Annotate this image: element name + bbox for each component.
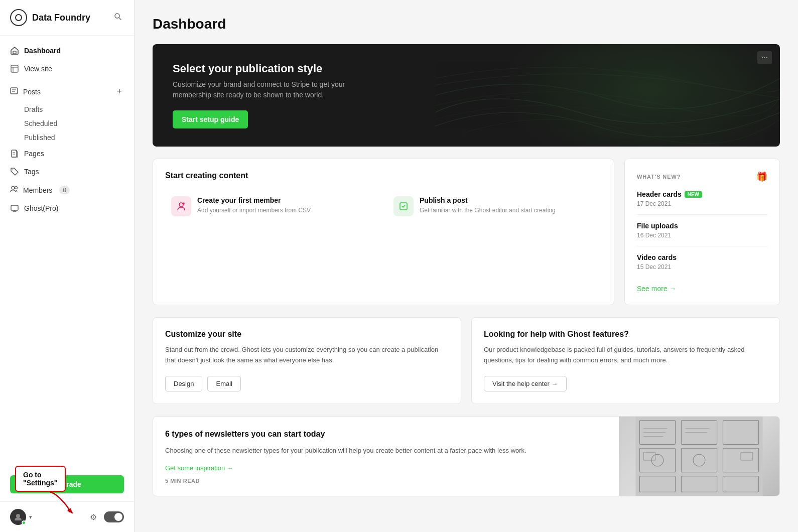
svg-point-15 bbox=[15, 187, 18, 189]
bottom-actions: ⚙ bbox=[88, 510, 124, 524]
blog-post-title: 6 types of newsletters you can start tod… bbox=[165, 429, 607, 440]
members-label: Members bbox=[23, 186, 52, 194]
publish-post-item[interactable]: Publish a post Get familiar with the Gho… bbox=[387, 190, 602, 222]
sidebar-item-posts[interactable]: Posts bbox=[10, 87, 41, 96]
sidebar-nav: Dashboard View site bbox=[0, 36, 134, 467]
cards-row: Start creating content Create your first… bbox=[153, 159, 780, 305]
search-icon bbox=[114, 13, 122, 21]
help-title: Looking for help with Ghost features? bbox=[484, 330, 767, 339]
svg-point-20 bbox=[16, 514, 20, 518]
blog-post-image bbox=[619, 417, 779, 496]
customize-desc: Stand out from the crowd. Ghost lets you… bbox=[165, 345, 449, 366]
blog-post-card: 6 types of newsletters you can start tod… bbox=[153, 416, 780, 496]
new-post-button[interactable]: + bbox=[114, 85, 124, 98]
home-icon bbox=[10, 46, 19, 55]
publish-post-text: Publish a post Get familiar with the Gho… bbox=[420, 196, 556, 215]
tooltip-box: Go to"Settings" bbox=[15, 466, 66, 492]
logo-circle bbox=[10, 9, 27, 26]
hero-banner: Select your publication style Customize … bbox=[153, 44, 780, 147]
publish-post-icon bbox=[393, 196, 414, 216]
svg-point-13 bbox=[13, 170, 14, 171]
news-item-video-cards: Video cards 15 Dec 2021 bbox=[637, 253, 767, 278]
tooltip-arrow bbox=[45, 490, 75, 517]
sidebar-item-ghost-pro[interactable]: Ghost(Pro) bbox=[0, 199, 134, 217]
help-btns: Visit the help center → bbox=[484, 376, 767, 391]
sidebar-header: Data Foundry bbox=[0, 0, 134, 36]
tag-icon bbox=[10, 167, 19, 176]
news-item-file-uploads: File uploads 16 Dec 2021 bbox=[637, 222, 767, 246]
blog-card-content: 6 types of newsletters you can start tod… bbox=[153, 417, 619, 496]
svg-point-14 bbox=[12, 186, 15, 189]
tooltip-container: Go to"Settings" bbox=[15, 466, 66, 492]
posts-section: Posts + Drafts Scheduled Published bbox=[0, 81, 134, 145]
hero-menu-button[interactable]: ··· bbox=[757, 51, 772, 64]
sidebar-bottom-wrapper: Go to"Settings" ▾ bbox=[0, 501, 134, 532]
members-nav-row: Members 0 bbox=[0, 181, 134, 199]
create-member-icon bbox=[171, 196, 191, 216]
members-badge: 0 bbox=[59, 186, 70, 194]
blog-post-meta: 5 MIN READ bbox=[165, 478, 607, 484]
news-item-title-0: Header cards NEW bbox=[637, 190, 767, 198]
view-site-label: View site bbox=[24, 65, 52, 73]
dashboard-label: Dashboard bbox=[24, 47, 61, 55]
publish-post-title: Publish a post bbox=[420, 196, 556, 204]
svg-rect-10 bbox=[12, 150, 17, 157]
monitor-icon bbox=[10, 204, 19, 213]
create-member-title: Create your first member bbox=[197, 196, 311, 204]
news-date-1: 16 Dec 2021 bbox=[637, 232, 767, 239]
sidebar-item-members[interactable]: Members 0 bbox=[10, 185, 70, 195]
news-item-title-1: File uploads bbox=[637, 222, 767, 230]
sidebar-item-published[interactable]: Published bbox=[0, 130, 134, 145]
see-more-link[interactable]: See more → bbox=[637, 285, 767, 293]
customize-card: Customize your site Stand out from the c… bbox=[153, 317, 461, 404]
ghost-pro-label: Ghost(Pro) bbox=[24, 204, 58, 212]
avatar-online-dot bbox=[22, 520, 26, 525]
main-content: Dashboard Select you bbox=[135, 0, 798, 532]
search-button[interactable] bbox=[112, 11, 124, 25]
tags-label: Tags bbox=[24, 168, 39, 176]
dark-mode-toggle[interactable] bbox=[104, 511, 124, 522]
news-item-title-2: Video cards bbox=[637, 253, 767, 261]
settings-button[interactable]: ⚙ bbox=[88, 510, 99, 524]
hero-title: Select your publication style bbox=[173, 62, 760, 75]
sidebar-item-tags[interactable]: Tags bbox=[0, 163, 134, 181]
sidebar-item-scheduled[interactable]: Scheduled bbox=[0, 116, 134, 130]
sidebar-item-view-site[interactable]: View site bbox=[0, 60, 134, 78]
sidebar-item-drafts[interactable]: Drafts bbox=[0, 102, 134, 116]
design-button[interactable]: Design bbox=[165, 376, 202, 391]
create-member-text: Create your first member Add yourself or… bbox=[197, 196, 311, 215]
lower-cards: Customize your site Stand out from the c… bbox=[153, 317, 780, 404]
posts-nav-row: Posts + bbox=[0, 81, 134, 102]
start-content-card: Start creating content Create your first… bbox=[153, 159, 614, 305]
chevron-down-icon: ▾ bbox=[29, 514, 32, 520]
user-menu[interactable]: ▾ bbox=[10, 509, 32, 525]
posts-icon bbox=[10, 87, 18, 96]
hero-content: Select your publication style Customize … bbox=[173, 62, 760, 128]
visit-help-center-button[interactable]: Visit the help center → bbox=[484, 376, 567, 391]
pages-label: Pages bbox=[24, 150, 44, 158]
svg-rect-3 bbox=[13, 51, 16, 54]
start-setup-button[interactable]: Start setup guide bbox=[173, 110, 248, 128]
svg-rect-7 bbox=[11, 88, 18, 94]
email-button[interactable]: Email bbox=[207, 376, 241, 391]
hero-menu-icon: ··· bbox=[761, 53, 768, 62]
pages-icon bbox=[10, 149, 19, 158]
news-date-2: 15 Dec 2021 bbox=[637, 263, 767, 271]
layout-icon bbox=[10, 64, 19, 73]
help-desc: Our product knowledgebase is packed full… bbox=[484, 345, 767, 366]
svg-line-2 bbox=[119, 18, 121, 20]
sidebar-item-pages[interactable]: Pages bbox=[0, 145, 134, 163]
blog-post-link[interactable]: Get some inspiration → bbox=[165, 464, 607, 472]
help-card: Looking for help with Ghost features? Ou… bbox=[471, 317, 780, 404]
create-content-grid: Create your first member Add yourself or… bbox=[165, 190, 602, 222]
new-badge: NEW bbox=[685, 191, 702, 198]
gift-icon: 🎁 bbox=[756, 171, 767, 182]
avatar bbox=[10, 509, 26, 525]
news-date-0: 17 Dec 2021 bbox=[637, 200, 767, 207]
logo-area: Data Foundry bbox=[10, 9, 90, 26]
sidebar: Data Foundry Dashboard bbox=[0, 0, 135, 532]
sidebar-item-dashboard[interactable]: Dashboard bbox=[0, 42, 134, 60]
customize-btns: Design Email bbox=[165, 376, 449, 391]
whats-new-label: WHAT'S NEW? bbox=[637, 174, 681, 180]
create-member-item[interactable]: Create your first member Add yourself or… bbox=[165, 190, 379, 222]
